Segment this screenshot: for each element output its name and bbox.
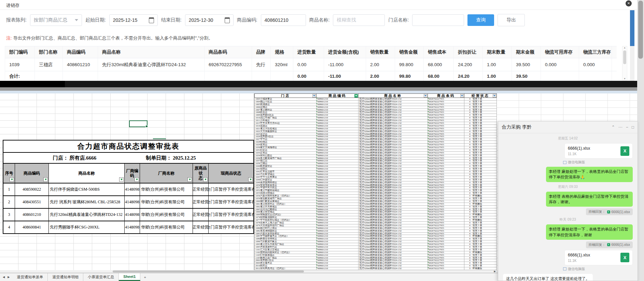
tab-退货通知单派单[interactable]: 退货通知单派单 (12, 273, 48, 281)
sent-message-bubble[interactable]: 李经理 表格的单品麻烦全门店暂停下单控货清库存，谢谢。 (546, 192, 633, 207)
file-message-card[interactable]: 6666(1).xlsx11.1KX (564, 143, 633, 159)
selected-cell[interactable] (129, 120, 148, 127)
filter-dropdown-icon[interactable] (119, 177, 124, 182)
filter-dropdown-icon[interactable] (460, 94, 464, 98)
filter-dropdown-icon[interactable] (10, 177, 14, 182)
tab-小票退货单汇总[interactable]: 小票退货单汇总 (83, 273, 119, 281)
export-button[interactable]: 导出 (498, 14, 525, 26)
filter-dropdown-icon[interactable] (187, 177, 192, 182)
minimize-icon[interactable]: − (626, 125, 628, 129)
status-text: 智慧下单 (473, 141, 482, 143)
scroll-up-icon[interactable]: ▲ (622, 46, 627, 49)
file-message-card[interactable]: 6666(1).xlsx11.1KX (564, 250, 633, 265)
status-number: 4 (469, 152, 473, 154)
status-number: 4 (469, 265, 473, 267)
filter-dropdown-icon[interactable] (43, 177, 48, 182)
end-date-input[interactable]: 2025-12-30 (185, 14, 234, 26)
status-cell: 4智慧下单 (464, 114, 497, 117)
filter-dropdown-icon[interactable] (248, 177, 253, 182)
filter-applied-icon[interactable] (354, 94, 358, 98)
tab-Sheet1[interactable]: Sheet1 (119, 273, 140, 281)
table-scrollbar[interactable]: ▲ ▼ (622, 46, 627, 80)
product-name-cell: 先行320ml精典泰迪童心弹跳杯TD24-132 (359, 168, 428, 171)
table-scrollbar-thumb[interactable] (623, 50, 626, 64)
barcode-cell: 6926702227955 (428, 240, 464, 243)
quoted-reply-chip[interactable]: 持楠回复：X6666(1).xlsx (586, 241, 633, 248)
browser-scrollbar[interactable] (637, 0, 644, 281)
status-number: 4 (469, 144, 473, 146)
browser-scrollbar-thumb[interactable] (638, 1, 643, 59)
product-code-cell: 408601210 (317, 111, 359, 114)
barcode-cell: 6926702227955 (428, 179, 464, 181)
status-cell: 4智慧下单 (464, 109, 497, 112)
pin-icon[interactable]: ⌃ (612, 125, 615, 129)
store-row: 1062遵义日月星城店408601210先行320ml精典泰迪童心弹跳杯TD24… (254, 206, 497, 208)
table-cell (63, 71, 98, 81)
tab-nav-left-icon[interactable]: ◀ (3, 276, 5, 279)
received-message-bubble[interactable]: 这几个品昨天又出订单了 这次需要提前处理了。 (503, 274, 593, 281)
scroll-right-icon[interactable]: ▶ (494, 270, 496, 273)
product-name-input[interactable]: 模糊查找 (333, 14, 385, 26)
store-list-header-cell: 商品编码 (317, 93, 359, 98)
status-cell: 4智慧下单 (464, 224, 497, 227)
product-code-cell: 408601210 (317, 243, 359, 246)
store-row: 1036务川麒龙城市广场店408601210先行320ml精典泰迪童心弹跳杯TD… (254, 157, 497, 160)
barcode-cell: 6926702227955 (428, 152, 464, 154)
status-cell: 4智慧下单 (464, 162, 497, 165)
status-number: 3 (469, 213, 473, 216)
store-name-input[interactable] (412, 14, 464, 26)
tab-退货通知单明细[interactable]: 退货通知单明细 (48, 273, 83, 281)
product-name-cell: 先行320ml精典泰迪童心弹跳杯TD24-132 (359, 243, 428, 246)
report-type-select[interactable]: 按部门商品汇总 (30, 14, 82, 26)
barcode-cell: 6926702227955 (428, 262, 464, 265)
page-scrollbar-thumb[interactable] (630, 10, 634, 46)
filter-dropdown-icon[interactable] (424, 94, 427, 98)
status-text: 智慧下单 (473, 249, 482, 251)
tab-nav-right-icon[interactable]: ▶ (8, 276, 10, 279)
approval-header-cell: 原商品状 态 (193, 164, 209, 183)
product-name-cell: 先行320ml精典泰迪童心弹跳杯TD24-132 (359, 173, 428, 176)
table-cell: -11.000 (324, 58, 366, 71)
quoted-reply-chip[interactable]: 持楠回复：X6666(1).xlsx (586, 208, 633, 215)
product-code-input[interactable]: 408601210 (261, 14, 306, 26)
store-name-cell: 1030修文文城逸都店 (254, 146, 317, 149)
approval-cell: 2 (3, 196, 15, 208)
product-code-cell: 408601210 (317, 165, 359, 168)
query-button[interactable]: 查询 (467, 14, 494, 26)
filter-caret-icon (461, 95, 463, 97)
approval-cell: 全门店暂停下单控货清库存 (209, 183, 253, 195)
filter-dropdown-icon[interactable] (493, 94, 496, 98)
status-number: 3 (469, 219, 473, 221)
status-cell: 4智慧下单 (464, 249, 497, 251)
status-text: 智慧下单 (473, 179, 482, 181)
sent-message-bubble[interactable]: 李经理 麻烦处理一下，表格里的单品全门店暂停下单控货清库存🙏 (546, 167, 633, 182)
product-code-cell: 408601210 (317, 122, 359, 125)
approval-row: 4408600841先行秀丽随手杯CSG-200XL4148098华塑(台州)科… (3, 221, 253, 233)
store-name-cell: 1004观山小区店 (254, 101, 317, 103)
table-cell: 商品编码 (63, 46, 98, 58)
approval-body: 1408590022先行伴手焖烧壶CSM-500BS4148098华塑(台州)科… (3, 183, 253, 233)
horizontal-scrollbar[interactable]: ▶ (0, 270, 498, 273)
status-text: 智慧下单 (473, 103, 482, 106)
sent-message-bubble[interactable]: 李经理 麻烦处理一下，表格里的单品全门店暂停下单控货清库存，谢谢 (546, 224, 633, 240)
scroll-down-icon[interactable]: ▼ (622, 77, 627, 80)
horizontal-scrollbar-thumb[interactable] (113, 270, 304, 272)
approval-cell: 华塑(台州)科技有限公司 (140, 183, 193, 195)
filter-dropdown-icon[interactable] (203, 177, 208, 182)
page-scrollbar[interactable] (630, 10, 634, 81)
start-date-input[interactable]: 2025-12-15 (109, 14, 158, 26)
filter-dropdown-icon[interactable] (135, 177, 139, 182)
filter-dropdown-icon[interactable] (312, 94, 316, 98)
file-size: 11.1K (568, 152, 620, 156)
table-cell (252, 71, 271, 81)
status-number: 3 (469, 267, 473, 270)
store-row: 1033正安店408601210先行320ml精典泰迪童心弹跳杯TD24-132… (254, 152, 497, 154)
close-icon[interactable]: ✕ (626, 0, 632, 6)
more-icon[interactable]: ⋯ (618, 125, 622, 129)
product-name-cell: 先行320ml精典泰迪童心弹跳杯TD24-132 (359, 192, 428, 195)
product-name-cell: 先行320ml精典泰迪童心弹跳杯TD24-132 (359, 259, 428, 262)
add-sheet-button[interactable]: + (140, 273, 149, 281)
product-name-cell: 先行320ml精典泰迪童心弹跳杯TD24-132 (359, 203, 428, 206)
product-name-cell: 先行320ml精典泰迪童心弹跳杯TD24-132 (359, 200, 428, 203)
maximize-icon[interactable]: □ (632, 125, 634, 129)
